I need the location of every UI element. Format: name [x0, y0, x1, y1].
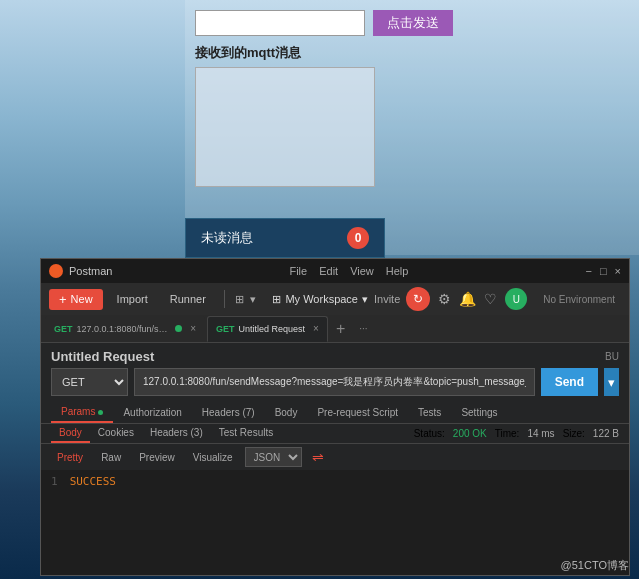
webpage-overlay: 点击发送 接收到的mqtt消息: [185, 0, 639, 255]
no-environment-label[interactable]: No Environment: [537, 294, 621, 305]
close-button[interactable]: ×: [615, 265, 621, 277]
tab-settings[interactable]: Settings: [451, 403, 507, 422]
resp-tab-test-results[interactable]: Test Results: [211, 424, 281, 443]
workspace-icon: ⊞: [272, 293, 281, 306]
tab-body[interactable]: Body: [265, 403, 308, 422]
workspace-button[interactable]: ⊞ My Workspace ▾: [272, 293, 368, 306]
format-preview[interactable]: Preview: [133, 450, 181, 465]
watermark: @51CTO博客: [561, 558, 629, 573]
send-dropdown-button[interactable]: ▾: [604, 368, 619, 396]
new-button[interactable]: + New: [49, 289, 103, 310]
tab-authorization[interactable]: Authorization: [113, 403, 191, 422]
import-button[interactable]: Import: [109, 290, 156, 308]
size-label: Size:: [563, 428, 585, 439]
response-line: 1 SUCCESS: [51, 475, 619, 488]
app-title: Postman: [69, 265, 112, 277]
tab-url-1: 127.0.0.1:8080/fun/sendMessa...: [77, 324, 172, 334]
tab-method-get: GET: [54, 324, 73, 334]
tab-params[interactable]: Params: [51, 402, 113, 423]
title-bar-left: Postman: [49, 264, 112, 278]
response-status: Status: 200 OK Time: 14 ms Size: 122 B: [414, 428, 619, 439]
url-bar: GET POST PUT DELETE Send ▾: [51, 368, 619, 396]
time-value: 14 ms: [527, 428, 554, 439]
response-body: 1 SUCCESS: [41, 470, 629, 575]
beautify-icon[interactable]: ⇌: [312, 449, 324, 465]
menu-bar: File Edit View Help: [289, 265, 408, 277]
response-content: SUCCESS: [70, 475, 116, 488]
bell-icon[interactable]: ⚙: [438, 291, 451, 307]
format-visualize[interactable]: Visualize: [187, 450, 239, 465]
request-header: Untitled Request BU: [41, 343, 629, 368]
workspace-label: My Workspace: [285, 293, 358, 305]
invite-button[interactable]: Invite: [374, 293, 400, 305]
avatar[interactable]: U: [505, 288, 527, 310]
tabs-bar: GET 127.0.0.1:8080/fun/sendMessa... × GE…: [41, 315, 629, 343]
heart-icon[interactable]: ♡: [484, 291, 497, 307]
tab-prerequest[interactable]: Pre-request Script: [307, 403, 408, 422]
send-row: 点击发送: [195, 10, 629, 36]
tab-item-untitled[interactable]: GET Untitled Request ×: [207, 316, 328, 342]
menu-file[interactable]: File: [289, 265, 307, 277]
unread-bar[interactable]: 未读消息 0: [185, 218, 385, 258]
menu-edit[interactable]: Edit: [319, 265, 338, 277]
maximize-button[interactable]: □: [600, 265, 607, 277]
settings-icon[interactable]: 🔔: [459, 291, 476, 307]
mqtt-textarea[interactable]: [195, 67, 375, 187]
tab-add-button[interactable]: +: [330, 320, 351, 338]
unread-badge: 0: [347, 227, 369, 249]
title-bar: Postman File Edit View Help − □ ×: [41, 259, 629, 283]
resp-tab-body[interactable]: Body: [51, 424, 90, 443]
new-label: New: [71, 293, 93, 305]
tab-headers[interactable]: Headers (7): [192, 403, 265, 422]
tab-close-2[interactable]: ×: [313, 323, 319, 334]
resp-tab-headers[interactable]: Headers (3): [142, 424, 211, 443]
format-select[interactable]: JSON Text XML: [245, 447, 302, 467]
send-request-button[interactable]: Send: [541, 368, 598, 396]
unread-text: 未读消息: [201, 229, 253, 247]
tab-dot-1: [175, 325, 182, 332]
svg-point-0: [52, 267, 60, 275]
status-label: Status:: [414, 428, 445, 439]
tab-method-get2: GET: [216, 324, 235, 334]
tab-more[interactable]: ···: [353, 323, 373, 334]
tab-tests[interactable]: Tests: [408, 403, 451, 422]
request-title-right: BU: [605, 351, 619, 362]
request-section: Untitled Request BU GET POST PUT DELETE …: [41, 343, 629, 575]
window-controls: − □ ×: [585, 265, 621, 277]
layout-button[interactable]: ⊞: [235, 293, 244, 306]
tab-close-1[interactable]: ×: [190, 323, 196, 334]
resp-tab-cookies[interactable]: Cookies: [90, 424, 142, 443]
plus-icon: +: [59, 292, 67, 307]
layout-icon[interactable]: ▾: [250, 293, 256, 306]
tab-item-get[interactable]: GET 127.0.0.1:8080/fun/sendMessa... ×: [45, 316, 205, 342]
mqtt-label: 接收到的mqtt消息: [195, 44, 629, 62]
postman-logo-icon: [49, 264, 63, 278]
toolbar: + New Import Runner ⊞ ▾ ⊞ My Workspace ▾…: [41, 283, 629, 315]
status-value: 200 OK: [453, 428, 487, 439]
response-format-bar: Pretty Raw Preview Visualize JSON Text X…: [41, 444, 629, 470]
response-section: Body Cookies Headers (3) Test Results St…: [41, 424, 629, 575]
tab-url-2: Untitled Request: [239, 324, 306, 334]
postman-window: Postman File Edit View Help − □ × + New …: [40, 258, 630, 576]
line-number: 1: [51, 475, 58, 488]
params-dot: [98, 410, 103, 415]
method-select[interactable]: GET POST PUT DELETE: [51, 368, 128, 396]
response-tabs-left: Body Cookies Headers (3) Test Results: [51, 424, 281, 443]
size-value: 122 B: [593, 428, 619, 439]
format-raw[interactable]: Raw: [95, 450, 127, 465]
minimize-button[interactable]: −: [585, 265, 591, 277]
sync-icon[interactable]: ↻: [406, 287, 430, 311]
time-label: Time:: [495, 428, 520, 439]
send-input[interactable]: [195, 10, 365, 36]
request-title: Untitled Request: [51, 349, 154, 364]
toolbar-divider: [224, 290, 225, 308]
response-tabs-bar: Body Cookies Headers (3) Test Results St…: [41, 424, 629, 444]
url-input[interactable]: [134, 368, 535, 396]
runner-button[interactable]: Runner: [162, 290, 214, 308]
toolbar-icons: ↻ ⚙ 🔔 ♡ U: [406, 287, 527, 311]
workspace-chevron: ▾: [362, 293, 368, 306]
menu-view[interactable]: View: [350, 265, 374, 277]
format-pretty[interactable]: Pretty: [51, 450, 89, 465]
send-button[interactable]: 点击发送: [373, 10, 453, 36]
menu-help[interactable]: Help: [386, 265, 409, 277]
